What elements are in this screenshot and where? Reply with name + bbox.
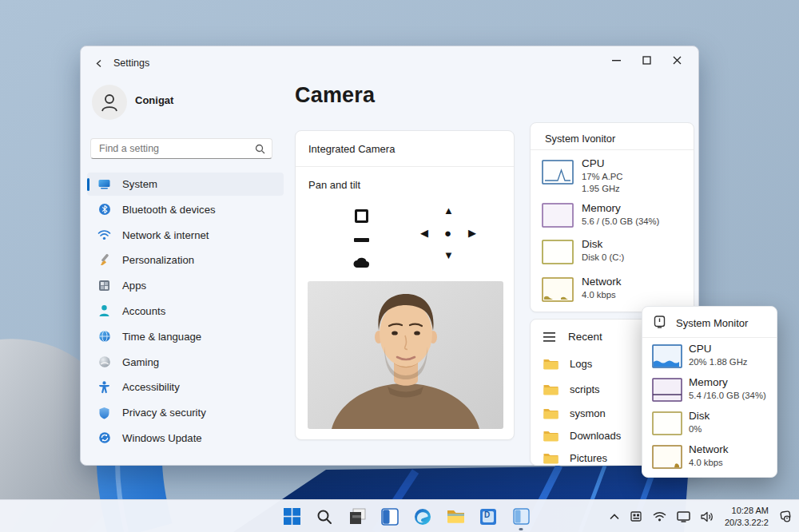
sidebar-item-windows-update[interactable]: Windows Update bbox=[87, 427, 284, 450]
tilt-up-button[interactable]: ▲ bbox=[443, 205, 454, 216]
cpu-chart-icon bbox=[652, 344, 682, 368]
gaming-sphere-icon bbox=[97, 355, 111, 369]
input-indicator-button[interactable] bbox=[629, 506, 645, 527]
search-taskbar-button[interactable] bbox=[314, 506, 335, 527]
memory-usage: 5.4 /16.0 GB (34%) bbox=[689, 390, 766, 402]
sidebar-item-time-language[interactable]: Time & language bbox=[87, 325, 284, 348]
sidebar-item-privacy[interactable]: Privacy & security bbox=[87, 401, 284, 424]
sidebar-item-system[interactable]: System bbox=[87, 173, 284, 196]
wifi-icon bbox=[653, 511, 666, 522]
sidebar-item-accessibility[interactable]: Accessibility bbox=[87, 375, 284, 399]
pan-right-button[interactable]: ▶ bbox=[468, 228, 476, 238]
taskbar-clock[interactable]: 10:28 AM 20/3.3.22:2 bbox=[723, 505, 770, 528]
sidebar-item-gaming[interactable]: Gaming bbox=[87, 351, 284, 374]
dev-app-button[interactable]: D bbox=[478, 506, 499, 527]
shield-icon bbox=[97, 406, 111, 419]
folder-icon bbox=[543, 358, 559, 370]
windows-logo-icon bbox=[284, 508, 300, 525]
network-speed: 4.0 kbps bbox=[582, 289, 616, 301]
network-label: Network bbox=[582, 276, 622, 288]
sidebar-item-apps[interactable]: Apps bbox=[87, 274, 284, 297]
widgets-icon bbox=[381, 508, 399, 526]
settings-app-button[interactable] bbox=[511, 506, 531, 527]
folder-item-logs[interactable]: Logs bbox=[543, 358, 592, 370]
folder-item-downloads[interactable]: Downloads bbox=[543, 430, 621, 442]
divider bbox=[642, 337, 777, 338]
folder-label: Pictures bbox=[570, 452, 607, 464]
task-view-button[interactable] bbox=[347, 506, 368, 527]
zoom-in-button[interactable] bbox=[355, 209, 368, 223]
folder-item-pictures[interactable]: Pictures bbox=[543, 452, 607, 464]
sidebar-item-personalization[interactable]: Personalization bbox=[87, 248, 284, 272]
network-chart-icon bbox=[652, 445, 682, 469]
start-button[interactable] bbox=[281, 506, 302, 527]
file-explorer-button[interactable] bbox=[445, 506, 466, 527]
monitor-panel-title: System Ivonitor bbox=[545, 133, 615, 145]
layered-windows-icon bbox=[349, 508, 366, 525]
disk-label: Disk bbox=[582, 238, 602, 250]
recent-title: Recent bbox=[568, 331, 602, 343]
back-button[interactable] bbox=[92, 56, 106, 70]
folder-label: scripts bbox=[570, 383, 600, 395]
settings-window: Settings Conigat bbox=[80, 46, 699, 466]
bluetooth-icon bbox=[97, 203, 111, 216]
folder-item-scripts[interactable]: scripts bbox=[543, 383, 600, 395]
tray-chevron-button[interactable] bbox=[606, 506, 622, 527]
memory-label: Memory bbox=[582, 202, 621, 214]
sidebar-nav: System Bluetooth & devices Network & int… bbox=[87, 173, 284, 452]
accounts-person-icon bbox=[97, 304, 111, 318]
sidebar-item-bluetooth[interactable]: Bluetooth & devices bbox=[87, 198, 284, 221]
sidebar-item-label: System bbox=[122, 178, 157, 190]
sidebar-item-label: Bluetooth & devices bbox=[122, 204, 216, 216]
user-avatar[interactable] bbox=[92, 85, 127, 120]
search-icon bbox=[316, 509, 332, 525]
pan-left-button[interactable]: ◀ bbox=[420, 228, 428, 238]
camera-reset-button[interactable] bbox=[352, 256, 371, 269]
edge-browser-button[interactable] bbox=[412, 506, 433, 527]
network-speed: 4.0 kbps bbox=[689, 457, 723, 469]
camera-preview bbox=[308, 281, 503, 429]
divider bbox=[296, 166, 514, 167]
user-name: Conigat bbox=[135, 94, 173, 106]
maximize-button[interactable] bbox=[634, 51, 658, 69]
display-tray-button[interactable] bbox=[675, 506, 693, 527]
hamburger-menu-icon[interactable] bbox=[543, 332, 555, 342]
folder-item-sysmon[interactable]: sysmon bbox=[543, 407, 606, 419]
tilt-down-button[interactable]: ▼ bbox=[443, 250, 454, 260]
network-label: Network bbox=[689, 443, 729, 455]
cpu-speed: 1.95 GHz bbox=[582, 183, 620, 195]
notification-center-button[interactable] bbox=[777, 506, 794, 527]
wifi-tray-button[interactable] bbox=[651, 506, 669, 527]
zoom-out-button[interactable] bbox=[354, 238, 369, 242]
clock-time: 10:28 AM bbox=[725, 505, 769, 516]
center-button[interactable]: ● bbox=[444, 227, 451, 239]
minimize-button[interactable] bbox=[604, 51, 628, 69]
action-center-icon bbox=[779, 510, 792, 523]
pan-tilt-label: Pan and tilt bbox=[308, 179, 360, 191]
cpu-label: CPU bbox=[689, 343, 712, 355]
search-input[interactable] bbox=[99, 143, 255, 154]
sidebar-item-label: Accessibility bbox=[122, 381, 180, 393]
widgets-button[interactable] bbox=[380, 506, 400, 527]
clock-date: 20/3.3.22:2 bbox=[725, 517, 769, 528]
accessibility-person-icon bbox=[97, 380, 111, 394]
wifi-icon bbox=[97, 228, 111, 242]
camera-device-name[interactable]: Integrated Camera bbox=[308, 143, 395, 155]
dev-app-letter: D bbox=[484, 510, 490, 519]
sidebar-item-network[interactable]: Network & internet bbox=[87, 224, 284, 247]
update-arrows-icon bbox=[97, 431, 111, 445]
folder-label: sysmon bbox=[570, 407, 606, 419]
search-box[interactable] bbox=[90, 138, 272, 159]
cpu-chart-icon bbox=[542, 160, 574, 185]
network-chart-icon bbox=[542, 277, 574, 302]
keyboard-layout-icon bbox=[630, 510, 642, 522]
volume-tray-button[interactable] bbox=[699, 506, 717, 527]
close-button[interactable] bbox=[665, 51, 689, 69]
sidebar-item-label: Gaming bbox=[122, 356, 159, 368]
memory-usage: 5.6 / (5.0 GB (34%) bbox=[582, 216, 659, 228]
divider bbox=[531, 149, 694, 150]
disk-chart-icon bbox=[652, 411, 682, 435]
sidebar-item-label: Privacy & security bbox=[122, 407, 206, 419]
memory-chart-icon bbox=[542, 203, 574, 228]
sidebar-item-accounts[interactable]: Accounts bbox=[87, 300, 284, 323]
